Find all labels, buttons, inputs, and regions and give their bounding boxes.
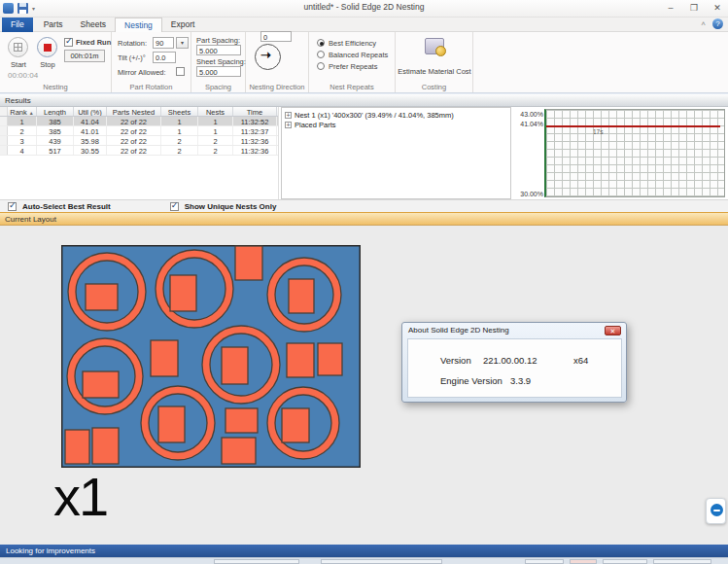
- auto-select-best-result-checkbox[interactable]: [8, 202, 17, 211]
- mirror-allowed-checkbox[interactable]: [176, 67, 185, 76]
- start-button[interactable]: [8, 37, 28, 57]
- taskbar-item[interactable]: [653, 559, 711, 564]
- column-header[interactable]: Rank▲: [8, 107, 37, 116]
- table-cell: 2: [161, 136, 198, 145]
- column-header[interactable]: Length: [37, 107, 74, 116]
- row-selector[interactable]: [0, 146, 8, 155]
- row-selector[interactable]: [0, 126, 8, 135]
- taskbar-item[interactable]: [214, 559, 299, 564]
- estimate-material-cost-button[interactable]: Estimate Material Cost: [396, 67, 473, 76]
- table-cell: 11:32:37: [233, 126, 277, 135]
- tree-item[interactable]: +Placed Parts: [285, 120, 510, 129]
- tab-nesting[interactable]: Nesting: [115, 18, 162, 32]
- fixed-run-checkbox[interactable]: [64, 38, 73, 47]
- group-nest-repeats: Best EfficiencyBalanced RepeatsPrefer Re…: [309, 32, 396, 92]
- rotation-value[interactable]: 90: [153, 37, 174, 49]
- part-rect[interactable]: [92, 428, 119, 464]
- close-button[interactable]: ✕: [711, 3, 724, 13]
- table-row[interactable]: 451730.5522 of 222211:32:36: [0, 146, 278, 156]
- row-selector[interactable]: [0, 136, 8, 145]
- tree-item-label: Nest 1 (x1) '400x300' (39.49% / 41.04%, …: [295, 111, 454, 120]
- repeat-option-best-efficiency[interactable]: Best Efficiency: [317, 37, 388, 49]
- tree-item[interactable]: +Nest 1 (x1) '400x300' (39.49% / 41.04%,…: [285, 110, 510, 120]
- notification-badge-icon[interactable]: [706, 498, 726, 524]
- group-label-spacing: Spacing: [191, 83, 245, 91]
- table-cell: 22 of 22: [107, 136, 161, 145]
- part-rect[interactable]: [158, 406, 185, 442]
- radio-icon[interactable]: [317, 62, 325, 70]
- part-rect[interactable]: [86, 284, 118, 310]
- version-value: 221.00.00.12: [483, 355, 537, 366]
- collapse-ribbon-icon[interactable]: ˄: [701, 19, 706, 28]
- part-rect[interactable]: [318, 343, 342, 375]
- radio-icon[interactable]: [317, 51, 325, 58]
- part-rect[interactable]: [65, 430, 89, 464]
- group-spacing: Part Spacing: 5.000 Sheet Spacing: 5.000…: [191, 32, 246, 92]
- taskbar-item[interactable]: [603, 559, 647, 564]
- column-header[interactable]: Parts Nested: [107, 107, 161, 116]
- column-header[interactable]: Nests: [198, 107, 233, 116]
- table-cell: 41.04: [74, 117, 107, 125]
- part-rect[interactable]: [222, 438, 256, 464]
- expand-icon[interactable]: +: [285, 122, 292, 128]
- table-row[interactable]: 238541.0122 of 221111:32:37: [0, 126, 278, 136]
- restore-button[interactable]: ❐: [687, 3, 701, 13]
- part-rect[interactable]: [225, 408, 258, 433]
- nest-sheet[interactable]: [61, 245, 361, 468]
- row-selector[interactable]: [0, 117, 8, 125]
- column-header[interactable]: Util (%): [74, 107, 107, 116]
- dialog-close-button[interactable]: ✕: [605, 326, 621, 335]
- part-rect[interactable]: [287, 343, 314, 377]
- stop-button[interactable]: [37, 37, 57, 57]
- tilt-value[interactable]: 0.0: [153, 52, 176, 63]
- taskbar-item[interactable]: [570, 559, 597, 564]
- tab-sheets[interactable]: Sheets: [72, 18, 115, 32]
- arch-value: x64: [573, 355, 588, 366]
- tilt-label: Tilt (+/-)°: [118, 53, 146, 62]
- chart-ylabel-bottom: 30.00%: [520, 191, 543, 197]
- group-nesting-direction: 0 ➝ Nesting Direction: [246, 32, 309, 92]
- sheet-spacing-value[interactable]: 5.000: [196, 66, 241, 77]
- table-row[interactable]: 343935.9822 of 222211:32:36: [0, 136, 278, 146]
- repeat-option-prefer-repeats[interactable]: Prefer Repeats: [317, 60, 388, 72]
- utilization-chart: 43.00% 41.04% 30.00% 17s: [511, 107, 728, 199]
- part-rect[interactable]: [235, 246, 262, 280]
- tab-file[interactable]: File: [2, 18, 33, 32]
- app-window: ▾ untitled* - Solid Edge 2D Nesting – ❐ …: [0, 0, 728, 564]
- column-header[interactable]: Sheets: [161, 107, 198, 116]
- minimize-button[interactable]: –: [664, 3, 677, 13]
- part-rect[interactable]: [170, 275, 196, 311]
- part-rect[interactable]: [289, 279, 314, 313]
- tab-parts[interactable]: Parts: [35, 18, 72, 32]
- expand-icon[interactable]: +: [285, 112, 292, 119]
- engine-version-label: Engine Version: [440, 375, 503, 386]
- row-selector: [0, 107, 8, 116]
- help-icon[interactable]: ?: [712, 18, 723, 29]
- show-unique-nests-checkbox[interactable]: [170, 202, 179, 211]
- part-rect[interactable]: [83, 371, 119, 398]
- run-time-field[interactable]: 00h:01m: [64, 50, 105, 62]
- elapsed-time: 00:00:04: [8, 71, 38, 80]
- taskbar-item[interactable]: [525, 559, 564, 564]
- part-rect[interactable]: [151, 340, 178, 376]
- estimate-material-cost-icon[interactable]: [425, 38, 444, 54]
- tab-export[interactable]: Export: [162, 18, 204, 32]
- part-rect[interactable]: [222, 347, 248, 384]
- show-unique-nests-label: Show Unique Nests Only: [185, 202, 277, 211]
- table-row[interactable]: 138541.0422 of 221111:32:52: [0, 117, 278, 126]
- part-rect[interactable]: [282, 408, 309, 442]
- column-header[interactable]: Time: [233, 107, 277, 116]
- repeat-option-balanced-repeats[interactable]: Balanced Repeats: [317, 49, 388, 60]
- group-costing: Estimate Material Cost Costing: [396, 32, 473, 92]
- ribbon: Start Stop 00:00:04 Fixed Run 00h:01m Ne…: [0, 32, 728, 93]
- auto-select-best-result-label: Auto-Select Best Result: [22, 202, 111, 211]
- fixed-run-row: Fixed Run: [64, 38, 111, 47]
- taskbar-item[interactable]: [321, 559, 442, 564]
- repeat-option-label: Balanced Repeats: [329, 51, 388, 59]
- rotation-dropdown-icon[interactable]: ▾: [176, 37, 189, 49]
- radio-icon[interactable]: [317, 39, 325, 47]
- direction-value[interactable]: 0: [260, 31, 292, 42]
- part-spacing-value[interactable]: 5.000: [196, 45, 241, 55]
- sheet-spacing-label: Sheet Spacing:: [196, 57, 246, 66]
- group-label-costing: Costing: [396, 83, 472, 91]
